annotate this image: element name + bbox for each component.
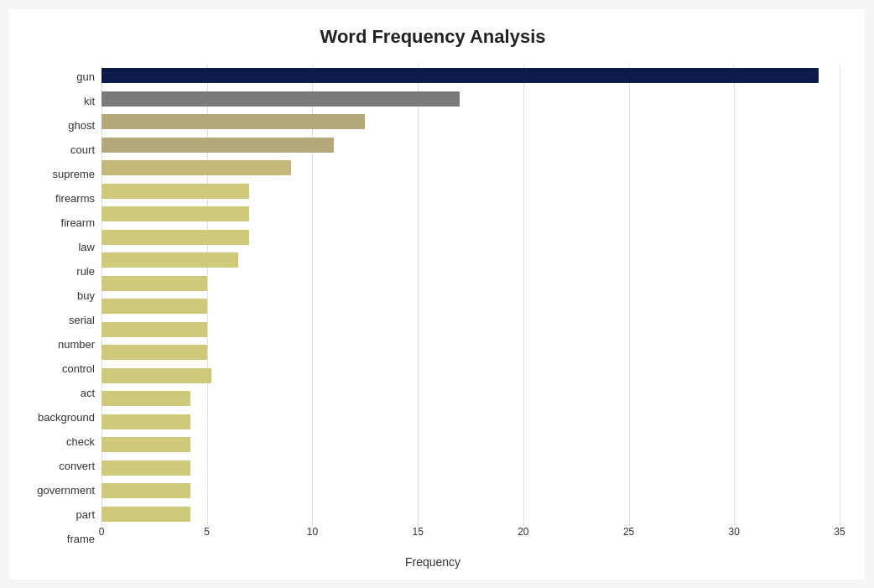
- bar-row: [101, 183, 840, 200]
- bar: [101, 230, 249, 245]
- chart-title: Word Frequency Analysis: [26, 26, 840, 48]
- grid-line: [840, 65, 840, 526]
- bar: [101, 138, 334, 153]
- y-label: act: [81, 388, 95, 398]
- chart-area: gunkitghostcourtsupremefirearmsfirearmla…: [26, 65, 840, 551]
- y-label: convert: [59, 461, 95, 471]
- bar: [101, 322, 207, 337]
- y-label: kit: [84, 96, 95, 107]
- y-label: court: [70, 144, 95, 155]
- bar-row: [101, 252, 840, 268]
- y-label: number: [58, 339, 95, 350]
- bars-and-grid: 05101520253035: [101, 65, 840, 551]
- bar: [101, 299, 207, 314]
- bar-row: [101, 298, 840, 315]
- bars-wrapper: [101, 65, 840, 551]
- y-label: background: [38, 412, 95, 423]
- bar: [101, 206, 249, 221]
- y-label: firearm: [61, 217, 95, 228]
- y-label: control: [62, 363, 95, 374]
- bar-row: [101, 321, 840, 338]
- y-label: part: [76, 509, 95, 520]
- bar-row: [101, 414, 840, 430]
- bar: [101, 483, 190, 498]
- bar: [101, 68, 819, 83]
- y-label: supreme: [52, 169, 95, 180]
- bar-row: [101, 367, 840, 384]
- bar: [101, 276, 207, 291]
- y-label: frame: [67, 533, 95, 544]
- y-label: government: [37, 485, 95, 496]
- bar-row: [101, 390, 840, 407]
- bar-row: [101, 482, 840, 499]
- bar: [101, 345, 207, 360]
- chart-container: Word Frequency Analysis gunkitghostcourt…: [9, 9, 865, 580]
- bar-row: [101, 275, 840, 292]
- y-label: firearms: [55, 193, 95, 204]
- y-label: gun: [76, 71, 95, 82]
- bar-row: [101, 91, 840, 107]
- bar-row: [101, 137, 840, 154]
- bar-row: [101, 206, 840, 222]
- bar: [101, 507, 190, 522]
- bar: [101, 91, 460, 107]
- bar: [101, 437, 190, 452]
- bar: [101, 391, 190, 406]
- bar: [101, 160, 291, 175]
- bar: [101, 252, 238, 268]
- bar-row: [101, 460, 840, 476]
- bar-row: [101, 229, 840, 246]
- bar-row: [101, 506, 840, 523]
- bar: [101, 114, 365, 129]
- x-axis-title: Frequency: [26, 555, 840, 569]
- bar: [101, 368, 211, 383]
- bar-row: [101, 344, 840, 361]
- bar-row: [101, 67, 840, 84]
- bar-row: [101, 159, 840, 176]
- y-label: buy: [77, 290, 95, 301]
- y-label: serial: [69, 315, 95, 325]
- y-label: check: [66, 436, 95, 447]
- y-label: rule: [76, 266, 95, 277]
- bar: [101, 184, 249, 199]
- y-axis-labels: gunkitghostcourtsupremefirearmsfirearmla…: [26, 65, 101, 551]
- y-label: ghost: [68, 120, 95, 131]
- y-label: law: [78, 242, 95, 252]
- bar: [101, 461, 190, 476]
- bar: [101, 414, 190, 429]
- bar-row: [101, 113, 840, 130]
- bar-row: [101, 436, 840, 453]
